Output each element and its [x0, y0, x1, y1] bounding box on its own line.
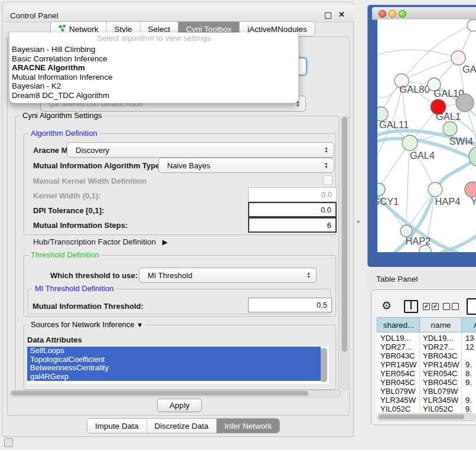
mi-threshold-field[interactable]: 0.5: [248, 298, 332, 312]
kernel-width-label: Kernel Width (0,1):: [33, 191, 101, 200]
table-cell[interactable]: YER054C: [423, 369, 458, 378]
table-column-header[interactable]: shared...: [377, 317, 420, 332]
network-node[interactable]: [400, 225, 412, 237]
table-cell[interactable]: YBL079W: [380, 387, 415, 396]
table-cell[interactable]: 8.: [465, 369, 472, 378]
table-cell[interactable]: 9.: [465, 378, 472, 387]
dpi-tolerance-value: 0.0: [321, 206, 331, 214]
settings-vscroll-thumb[interactable]: [342, 117, 347, 352]
new-column-icon[interactable]: [467, 298, 476, 315]
tab-impute-data[interactable]: Impute Data: [87, 419, 147, 433]
network-edge: [379, 143, 410, 190]
table-cell[interactable]: YPR145W: [380, 360, 417, 369]
table-cell[interactable]: 13: [465, 334, 474, 343]
which-threshold-combo[interactable]: MI Threshold ▲▼: [139, 268, 317, 283]
kernel-width-field[interactable]: 0.0: [248, 187, 337, 202]
unselect-all-icon-2[interactable]: [452, 303, 459, 310]
mi-type-label: Mutual Information Algorithm Type:: [33, 161, 162, 170]
network-node[interactable]: [428, 182, 442, 197]
gear-icon[interactable]: ⚙: [382, 299, 392, 312]
tab-discretize-data[interactable]: Discretize Data: [147, 419, 217, 433]
settings-hscroll-thumb[interactable]: [11, 391, 308, 396]
network-node-label: GAL80: [399, 84, 429, 94]
manual-kernel-checkbox[interactable]: [323, 175, 332, 185]
sources-group-title[interactable]: Sources for Network Inference ▼: [28, 320, 145, 329]
split-columns-icon[interactable]: [404, 300, 418, 313]
table-cell[interactable]: YDL19...: [423, 334, 453, 343]
table-cell[interactable]: YER054C: [380, 369, 415, 378]
table-cell[interactable]: YBR045C: [380, 378, 415, 387]
zoom-traffic-light[interactable]: [399, 10, 406, 18]
algorithm-popup-item[interactable]: ARACNE Algorithm: [9, 63, 298, 73]
table-column-header[interactable]: name: [419, 317, 462, 332]
network-window-titlebar[interactable]: [372, 7, 476, 20]
network-node[interactable]: [377, 183, 385, 196]
close-icon[interactable]: ✕: [338, 10, 345, 19]
control-panel-titlebar[interactable]: Control Panel ✕: [5, 5, 354, 22]
table-cell[interactable]: YDR27...: [423, 343, 455, 351]
algorithm-popup-item[interactable]: Bayesian - K2: [9, 81, 298, 91]
table-cell[interactable]: YDL19...: [380, 334, 410, 343]
algorithm-popup-item[interactable]: Mutual Information Inference: [9, 73, 298, 82]
network-node[interactable]: [402, 135, 418, 151]
table-cell[interactable]: YPR145W: [423, 360, 459, 369]
algorithm-popup-item[interactable]: Bayesian - Hill Climbing: [9, 45, 298, 54]
table-cell[interactable]: 9.: [465, 405, 472, 413]
sources-title-text: Sources for Network Inference: [31, 320, 135, 329]
mi-steps-field[interactable]: 6: [248, 217, 337, 233]
manual-kernel-label: Manual Kernel Width Definition: [33, 177, 146, 185]
table-column-header[interactable]: A: [461, 317, 476, 332]
network-canvas[interactable]: GALGAL80GAL10GAL1GAL11SWI4GAL4GCY1HAP4YH…: [377, 19, 476, 252]
network-node-label: SWI4: [449, 136, 473, 146]
table-cell[interactable]: 9.: [465, 360, 472, 369]
network-node-label: GAL4: [410, 150, 435, 161]
network-node[interactable]: [456, 94, 474, 112]
table-panel-titlebar[interactable]: Table Panel: [366, 269, 476, 288]
select-all-check-icon-1[interactable]: ✓: [423, 303, 430, 310]
data-attribute-item[interactable]: gal4RGexp: [27, 373, 321, 381]
network-node[interactable]: [443, 122, 457, 136]
select-all-check-icon-2[interactable]: ✓: [432, 303, 439, 310]
algorithm-popup-item[interactable]: Dream8 DC_TDC Algorithm: [9, 91, 298, 100]
network-node-label: HAP4: [435, 196, 460, 207]
data-attribute-item[interactable]: SelfLoops: [27, 347, 321, 356]
unselect-all-icon-1[interactable]: [443, 303, 450, 310]
table-cell[interactable]: YLR345W: [380, 396, 416, 405]
data-attribute-item[interactable]: BetweennessCentrality: [27, 364, 321, 373]
network-node[interactable]: [467, 19, 476, 31]
close-traffic-light[interactable]: [379, 10, 386, 18]
aracne-mode-combo[interactable]: Discovery ▲▼: [67, 142, 334, 158]
data-attribute-item[interactable]: TopologicalCoefficient: [27, 356, 321, 364]
network-node[interactable]: [465, 182, 476, 197]
threshold-definition-title: Threshold Definition: [28, 250, 102, 259]
network-node[interactable]: [451, 51, 465, 65]
minimize-traffic-light[interactable]: [389, 10, 396, 18]
algorithm-popup-item[interactable]: Basic Correlation Inference: [9, 54, 298, 64]
table-cell[interactable]: YLR345W: [423, 396, 458, 405]
combo-arrows-icon: ▲▼: [324, 162, 328, 169]
network-node-label: GAL1: [436, 111, 461, 122]
splitter-arrow-icon[interactable]: ▸: [357, 218, 360, 224]
table-cell[interactable]: YIL052C: [380, 405, 410, 413]
table-cell[interactable]: YBL079W: [423, 387, 458, 396]
table-cell[interactable]: 9.: [465, 396, 472, 405]
dpi-tolerance-field[interactable]: 0.0: [248, 202, 337, 217]
column-divider: [461, 332, 462, 413]
apply-button[interactable]: Apply: [157, 399, 202, 412]
collapsed-panel-icon[interactable]: [4, 438, 13, 447]
table-cell[interactable]: YBR045C: [423, 378, 458, 387]
network-node-label: Y: [471, 196, 476, 207]
table-cell[interactable]: YBR043C: [380, 351, 415, 360]
table-cell[interactable]: YIL052C: [423, 405, 453, 413]
table-hscroll-thumb[interactable]: [379, 415, 464, 419]
float-window-icon[interactable]: [325, 12, 331, 19]
table-cell[interactable]: YDR27...: [380, 343, 412, 351]
table-cell[interactable]: YBR043C: [423, 351, 458, 360]
attribute-list-scrollbar-thumb[interactable]: [321, 348, 327, 382]
table-cell[interactable]: 12: [465, 343, 474, 351]
cyni-bottom-tabs: Impute DataDiscretize DataInfer Network: [87, 418, 280, 433]
tab-infer-network[interactable]: Infer Network: [217, 419, 279, 433]
hub-section-header[interactable]: Hub/Transcription Factor Definition ▶: [33, 237, 168, 246]
mi-type-combo[interactable]: Naive Bayes ▲▼: [158, 158, 334, 173]
mi-type-value: Naive Bayes: [167, 161, 210, 170]
